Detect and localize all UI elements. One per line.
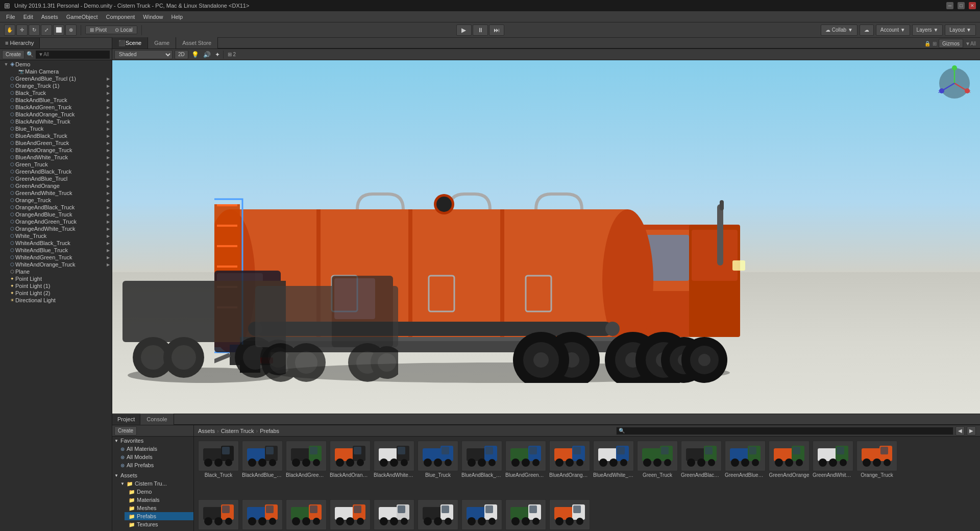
hier-item-whiteblack[interactable]: ⬡ WhiteAndBlack_Truck ▶ [0,239,112,247]
shade-mode-select[interactable]: Shaded Wireframe Shaded Wireframe [114,50,173,59]
layers-button[interactable]: Layers ▼ [912,25,943,36]
hier-item-blackwhite[interactable]: ⬡ BlackAndWhite_Truck ▶ [0,118,112,125]
menu-edit[interactable]: Edit [19,13,37,21]
hier-item-dirlight[interactable]: ☀ Directional Light [0,297,112,304]
local-button[interactable]: ⊙ Local [111,26,137,34]
asset-nav-fwd[interactable]: ▶ [967,426,976,436]
assets-header[interactable]: ▼ Assets [112,471,193,479]
proj-all-models[interactable]: ⊛ All Models [112,453,193,461]
rect-tool[interactable]: ⬜ [53,25,64,36]
asset-blackblue-truck[interactable]: BlackAndBlue_Tr... [242,441,283,478]
layout-button[interactable]: Layout ▼ [945,25,976,36]
pause-button[interactable]: ⏸ [473,25,488,36]
hier-item-bluegreen[interactable]: ⬡ BlueAndGreen_Truck ▶ [0,139,112,147]
hier-item-orange1[interactable]: ⬡ Orange_Truck (1) ▶ [0,82,112,89]
hierarchy-search[interactable] [36,51,110,59]
hier-item-demo[interactable]: ▼ ◈ Demo [0,60,112,68]
hier-item-blackgreen[interactable]: ⬡ BlackAndGreen_Truck ▶ [0,104,112,111]
maximize-button[interactable]: □ [958,2,965,9]
play-button[interactable]: ▶ [456,25,472,36]
pivot-button[interactable]: ⊞ Pivot [86,26,111,34]
favorites-header[interactable]: ▼ Favorites [112,437,193,445]
asset-white-truck[interactable]: White_Truck [374,499,414,531]
hier-item-black[interactable]: ⬡ Black_Truck ▶ [0,89,112,96]
hier-item-pointlight2[interactable]: ✦ Point Light (2) [0,289,112,297]
cisttern-truck-header[interactable]: ▼ 📁 Cistern Tru... [116,479,193,488]
hier-item-greenblue1[interactable]: ⬡ GreenAndBlue_Trucl (1) ▶ [0,75,112,82]
proj-meshes[interactable]: 📁 Meshes [125,504,193,512]
move-tool[interactable]: ✛ [16,25,28,36]
asset-blackwhite-truck[interactable]: BlackAndWhite_T... [374,441,414,478]
hier-item-blue[interactable]: ⬡ Blue_Truck ▶ [0,125,112,132]
asset-orangeblue-truck[interactable]: OrangeAndBlue_T... [242,499,283,531]
minimize-button[interactable]: ─ [946,2,953,9]
proj-all-materials[interactable]: ⊛ All Materials [112,445,193,453]
account-button[interactable]: Account ▼ [876,25,910,36]
asset-bluegreen-truck[interactable]: BlueAndGreen_Tr... [505,441,546,478]
asset-greenorange-truck[interactable]: GreenAndOrange [769,441,810,478]
asset-black-truck[interactable]: Black_Truck [198,441,239,478]
asset-orangewhite-truck[interactable]: OrangeAndWhite_... [330,499,371,531]
hier-item-greenblack[interactable]: ⬡ GreenAndBlack_Truck ▶ [0,168,112,175]
breadcrumb-prefabs[interactable]: Prefabs [260,428,279,434]
hier-item-orangegreen[interactable]: ⬡ OrangeAndGreen_Truck ▶ [0,218,112,225]
hier-item-bluewhite[interactable]: ⬡ BlueAndWhite_Truck ▶ [0,154,112,161]
menu-gameobject[interactable]: GameObject [62,13,102,21]
cloud-button[interactable]: ☁ [860,25,874,36]
asset-blueorange-truck[interactable]: BlueAndOrange_T... [549,441,590,478]
hier-item-blueorange[interactable]: ⬡ BlueAndOrange_Truck ▶ [0,147,112,154]
hier-item-blackorange[interactable]: ⬡ BlackAndOrange_Truck ▶ [0,111,112,118]
menu-window[interactable]: Window [139,13,167,21]
menu-assets[interactable]: Assets [37,13,62,21]
breadcrumb-cistern[interactable]: Cistern Truck [221,428,254,434]
asset-orange-truck[interactable]: Orange_Truck [856,441,897,478]
close-button[interactable]: ✕ [969,2,976,9]
scene-viewport[interactable]: Y X Z [112,60,980,414]
hier-item-whitegreen[interactable]: ⬡ WhiteAndGreen_Truck ▶ [0,254,112,261]
asset-greenblack-truck[interactable]: GreenAndBlack_T... [681,441,722,478]
hierarchy-create-button[interactable]: Create [2,50,24,59]
asset-greenwhite-truck[interactable]: GreenAndWhite_T... [813,441,853,478]
tab-asset-store[interactable]: Asset Store [176,37,218,49]
proj-textures[interactable]: 📁 Textures [125,520,193,528]
combined-tool[interactable]: ⊕ [65,25,77,36]
hier-item-greenorange[interactable]: ⬡ GreenAndOrange ▶ [0,182,112,189]
asset-whiteblue-truck[interactable]: WhiteAndBlue_Tr... [461,499,502,531]
hier-item-orange2[interactable]: ⬡ Orange_Truck ▶ [0,197,112,204]
hier-item-orangewhite[interactable]: ⬡ OrangeAndWhite_Truck ▶ [0,225,112,232]
hier-item-whiteblue[interactable]: ⬡ WhiteAndBlue_Truck ▶ [0,247,112,254]
hier-item-white[interactable]: ⬡ White_Truck ▶ [0,232,112,239]
tab-scene[interactable]: ⬛ Scene [112,37,148,49]
hier-item-orangeblack[interactable]: ⬡ OrangeAndBlack_Truck ▶ [0,204,112,211]
rotate-tool[interactable]: ↻ [29,25,40,36]
hand-tool[interactable]: ✋ [4,25,15,36]
2d-button[interactable]: 2D [175,50,188,59]
hier-item-maincamera[interactable]: 📷 Main Camera [0,68,112,75]
hier-item-orangeblue[interactable]: ⬡ OrangeAndBlue_Truck ▶ [0,211,112,218]
asset-blueblack-truck[interactable]: BlueAndBlack_Tr... [461,441,502,478]
asset-whiteorange-truck[interactable]: WhiteAndOrange_... [549,499,590,531]
menu-component[interactable]: Component [102,13,139,21]
step-button[interactable]: ⏭ [489,25,504,36]
tab-game[interactable]: Game [148,37,176,49]
asset-whitegreen-truck[interactable]: WhiteAndGreen_T... [505,499,546,531]
proj-all-prefabs[interactable]: ⊛ All Prefabs [112,461,193,469]
hierarchy-tab[interactable]: ≡ Hierarchy [0,38,40,49]
asset-nav-back[interactable]: ◀ [955,426,965,436]
proj-demo[interactable]: 📁 Demo [125,488,193,496]
hier-item-whiteorange[interactable]: ⬡ WhiteAndOrange_Truck ▶ [0,261,112,268]
hier-item-pointlight1[interactable]: ✦ Point Light (1) [0,282,112,289]
asset-search-input[interactable] [616,427,953,435]
asset-greenblue-truck[interactable]: GreenAndBlue_Tr... [725,441,766,478]
collab-button[interactable]: ☁ Collab ▼ [821,25,857,36]
asset-green-truck[interactable]: Green_Truck [637,441,678,478]
console-tab[interactable]: Console [140,414,174,425]
asset-blue-truck[interactable]: Blue_Truck [418,441,458,478]
asset-orangegreen-truck[interactable]: OrangeAndGreen... [286,499,327,531]
menu-file[interactable]: File [2,13,19,21]
asset-blackgreen-truck[interactable]: BlackAndGreen_T... [286,441,327,478]
asset-bluewhite-truck[interactable]: BlueAndWhite_Tr... [593,441,634,478]
hier-item-blackblue[interactable]: ⬡ BlackAndBlue_Truck ▶ [0,96,112,104]
project-create-button[interactable]: Create [114,426,137,436]
project-tab[interactable]: Project [112,415,140,425]
